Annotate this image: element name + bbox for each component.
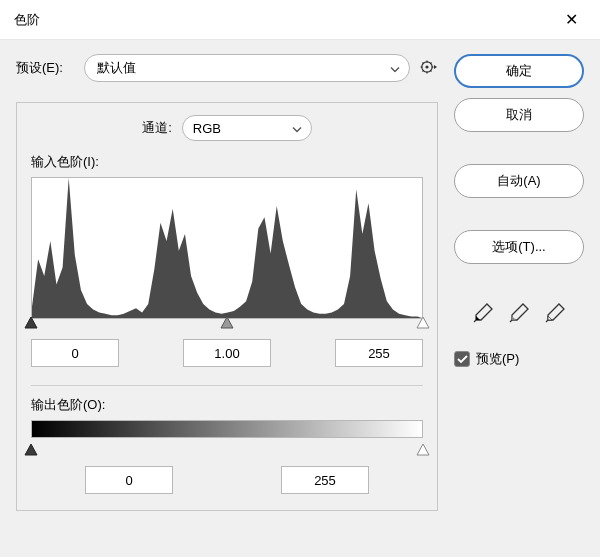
separator <box>31 385 423 386</box>
preview-checkbox[interactable] <box>454 351 470 367</box>
output-shadow-handle[interactable] <box>24 444 38 456</box>
channel-select-wrap: RGB <box>182 115 312 141</box>
output-highlight-input[interactable] <box>281 466 369 494</box>
channel-value: RGB <box>193 121 221 136</box>
auto-label: 自动(A) <box>497 172 540 190</box>
left-panel: 预设(E): 默认值 <box>16 54 438 511</box>
channel-select[interactable]: RGB <box>182 115 312 141</box>
dialog-title: 色阶 <box>14 11 40 29</box>
gray-point-eyedropper-icon[interactable] <box>508 302 530 324</box>
input-slider[interactable] <box>31 319 423 333</box>
output-gradient[interactable] <box>31 420 423 438</box>
svg-point-1 <box>425 65 428 68</box>
histogram-svg <box>32 178 422 318</box>
channel-label: 通道: <box>142 119 172 137</box>
levels-panel: 通道: RGB 输入色阶(I): <box>16 102 438 511</box>
preset-select-wrap: 默认值 <box>84 54 410 82</box>
output-slider[interactable] <box>31 446 423 460</box>
output-levels-values <box>31 466 423 494</box>
input-levels-label: 输入色阶(I): <box>31 153 423 171</box>
eyedropper-group <box>454 302 584 324</box>
channel-row: 通道: RGB <box>31 115 423 141</box>
ok-button[interactable]: 确定 <box>454 54 584 88</box>
titlebar: 色阶 ✕ <box>0 0 600 40</box>
highlight-slider-handle[interactable] <box>416 317 430 329</box>
shadow-slider-handle[interactable] <box>24 317 38 329</box>
preset-value: 默认值 <box>97 59 136 77</box>
preset-label: 预设(E): <box>16 59 74 77</box>
right-panel: 确定 取消 自动(A) 选项(T)... 预览(P) <box>454 54 584 511</box>
highlight-input[interactable] <box>335 339 423 367</box>
spacer <box>454 208 584 220</box>
midtone-slider-handle[interactable] <box>220 317 234 329</box>
output-levels-label: 输出色阶(O): <box>31 396 423 414</box>
cancel-label: 取消 <box>506 106 532 124</box>
cancel-button[interactable]: 取消 <box>454 98 584 132</box>
ok-label: 确定 <box>506 62 532 80</box>
options-button[interactable]: 选项(T)... <box>454 230 584 264</box>
spacer <box>454 142 584 154</box>
black-point-eyedropper-icon[interactable] <box>472 302 494 324</box>
output-highlight-handle[interactable] <box>416 444 430 456</box>
auto-button[interactable]: 自动(A) <box>454 164 584 198</box>
options-label: 选项(T)... <box>492 238 545 256</box>
preview-label: 预览(P) <box>476 350 519 368</box>
input-levels-values <box>31 339 423 367</box>
histogram <box>31 177 423 319</box>
output-shadow-input[interactable] <box>85 466 173 494</box>
white-point-eyedropper-icon[interactable] <box>544 302 566 324</box>
close-icon[interactable]: ✕ <box>557 6 586 33</box>
content: 预设(E): 默认值 <box>0 40 600 525</box>
preset-menu-icon[interactable] <box>420 60 438 77</box>
preset-row: 预设(E): 默认值 <box>16 54 438 82</box>
shadow-input[interactable] <box>31 339 119 367</box>
preview-row: 预览(P) <box>454 350 584 368</box>
midtone-input[interactable] <box>183 339 271 367</box>
preset-select[interactable]: 默认值 <box>84 54 410 82</box>
